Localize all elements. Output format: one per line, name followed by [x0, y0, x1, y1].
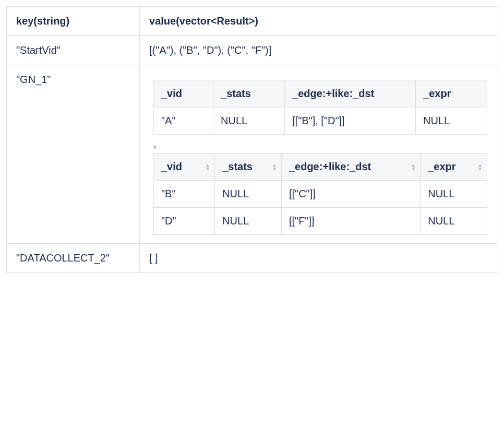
inner1-header-row: _vid _stats _edge:+like:_dst _expr: [154, 80, 487, 108]
table-row: "A" NULL [["B"], ["D"]] NULL: [154, 108, 487, 135]
inner2-cell-edge: [["F"]]: [281, 208, 420, 235]
cell-key-gn1: "GN_1": [7, 65, 140, 244]
inner2-header-edge-label: _edge:+like:_dst: [289, 161, 371, 172]
inner1-cell-expr: NULL: [416, 108, 487, 135]
inner2-header-stats-label: _stats: [222, 161, 253, 172]
inner2-header-edge[interactable]: _edge:+like:_dst ▲▼: [281, 153, 420, 181]
inner2-cell-vid: "D": [154, 208, 215, 235]
inner2-cell-vid: "B": [154, 181, 215, 208]
sort-icon[interactable]: ▲▼: [272, 163, 277, 171]
table-row: "B" NULL [["C"]] NULL: [154, 181, 487, 208]
table-row: "StartVid" [("A"), ("B", "D"), ("C", "F"…: [7, 36, 497, 65]
outer-table: key(string) value(vector<Result>) "Start…: [6, 6, 497, 273]
sort-icon[interactable]: ▲▼: [205, 163, 210, 171]
inner2-cell-expr: NULL: [421, 181, 487, 208]
inner2-cell-edge: [["C"]]: [281, 181, 420, 208]
cell-value-gn1: _vid _stats _edge:+like:_dst _expr "A" N…: [140, 65, 497, 244]
inner1-cell-stats: NULL: [213, 108, 285, 135]
cell-key-startvid: "StartVid": [7, 36, 140, 65]
inner1-header-vid: _vid: [154, 80, 213, 108]
table-row: "GN_1" _vid _stats _edge:+like:_dst _ex: [7, 65, 497, 244]
table-row: "D" NULL [["F"]] NULL: [154, 208, 487, 235]
outer-header-key: key(string): [7, 7, 140, 36]
inner2-header-expr-label: _expr: [428, 161, 455, 172]
inner2-header-vid-label: _vid: [161, 161, 182, 172]
gn1-separator: ,: [153, 138, 483, 150]
inner1-cell-vid: "A": [154, 108, 213, 135]
gn1-nested-container: _vid _stats _edge:+like:_dst _expr "A" N…: [149, 74, 487, 235]
inner1-header-stats: _stats: [213, 80, 285, 108]
inner2-header-stats[interactable]: _stats ▲▼: [215, 153, 282, 181]
inner1-cell-edge: [["B"], ["D"]]: [285, 108, 416, 135]
cell-key-datacollect: "DATACOLLECT_2": [7, 244, 140, 273]
inner2-cell-stats: NULL: [215, 208, 282, 235]
outer-header-value: value(vector<Result>): [140, 7, 497, 36]
inner2-header-vid[interactable]: _vid ▲▼: [154, 153, 215, 181]
table-row: "DATACOLLECT_2" [ ]: [7, 244, 497, 273]
sort-icon[interactable]: ▲▼: [411, 163, 416, 171]
cell-value-startvid: [("A"), ("B", "D"), ("C", "F")]: [140, 36, 497, 65]
outer-header-row: key(string) value(vector<Result>): [7, 7, 497, 36]
sort-icon[interactable]: ▲▼: [477, 163, 483, 171]
inner1-header-edge: _edge:+like:_dst: [285, 80, 416, 108]
inner2-cell-expr: NULL: [421, 208, 487, 235]
inner2-header-row: _vid ▲▼ _stats ▲▼ _edge:+like:_dst ▲▼: [154, 153, 487, 181]
cell-value-datacollect: [ ]: [140, 244, 497, 273]
inner1-header-expr: _expr: [416, 80, 487, 108]
inner2-cell-stats: NULL: [215, 181, 282, 208]
inner2-header-expr[interactable]: _expr ▲▼: [421, 153, 487, 181]
inner-table-1: _vid _stats _edge:+like:_dst _expr "A" N…: [153, 80, 487, 135]
inner-table-2: _vid ▲▼ _stats ▲▼ _edge:+like:_dst ▲▼: [153, 153, 487, 235]
